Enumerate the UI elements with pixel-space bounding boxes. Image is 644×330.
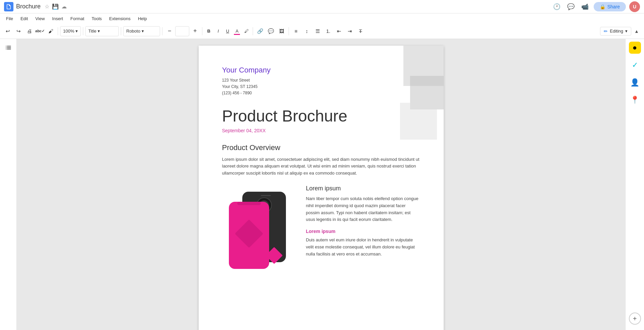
svg-rect-7	[237, 202, 261, 205]
history-icon[interactable]: 🕐	[551, 1, 562, 12]
print-button[interactable]: 🖨	[24, 26, 34, 36]
line-spacing-button[interactable]: ↕	[302, 26, 312, 36]
share-button[interactable]: 🔒 Share	[594, 2, 626, 11]
divider6	[253, 27, 253, 35]
font-size-control: − 34 +	[164, 26, 200, 36]
menu-format[interactable]: Format	[67, 15, 88, 22]
comments-icon[interactable]: 💬	[565, 1, 576, 12]
teal-panel-icon[interactable]: ✓	[629, 59, 641, 71]
doc-page: Your Company 123 Your Street Your City, …	[199, 46, 444, 330]
doc-title[interactable]: Brochure	[16, 3, 41, 10]
menu-tools[interactable]: Tools	[88, 15, 105, 22]
divider1	[58, 27, 58, 35]
list-button[interactable]: ☰	[312, 26, 323, 36]
doc-area[interactable]: Your Company 123 Your Street Your City, …	[17, 39, 625, 330]
toolbar: ↩ ↪ 🖨 abc✓ 🖌 100% ▾ Title ▾ Roboto ▾ − 3…	[0, 23, 644, 39]
lock-icon: 🔒	[600, 4, 605, 9]
right-panel: ● ✓ 👤 📍 +	[625, 39, 644, 330]
font-size-increase[interactable]: +	[190, 26, 200, 36]
font-dropdown[interactable]: Roboto ▾	[123, 26, 160, 36]
spellcheck-button[interactable]: abc✓	[35, 26, 45, 36]
menu-bar: File Edit View Insert Format Tools Exten…	[0, 13, 644, 23]
yellow-panel-icon[interactable]: ●	[629, 42, 641, 54]
font-value: Roboto	[126, 29, 140, 34]
add-panel-button[interactable]: +	[629, 313, 641, 325]
menu-help[interactable]: Help	[135, 15, 150, 22]
outline-icon[interactable]	[2, 42, 14, 54]
lorem-text-2[interactable]: Duis autem vel eum iriure dolor in hendr…	[306, 237, 420, 257]
doc-icon	[4, 2, 13, 11]
title-right: 🕐 💬 📹 🔒 Share U	[551, 1, 640, 12]
redo-button[interactable]: ↪	[13, 26, 23, 36]
font-size-decrease[interactable]: −	[164, 26, 175, 36]
star-icon[interactable]: ☆	[45, 3, 49, 10]
cloud-icon[interactable]: ☁	[61, 3, 67, 10]
zoom-chevron: ▾	[76, 29, 78, 34]
content-block: Lorem ipsum Nam liber tempor cum soluta …	[222, 185, 420, 272]
align-button[interactable]: ≡	[291, 26, 301, 36]
editing-chevron: ▾	[625, 29, 628, 34]
undo-button[interactable]: ↩	[3, 26, 13, 36]
main-layout: Your Company 123 Your Street Your City, …	[0, 39, 644, 330]
lorem-heading[interactable]: Lorem ipsum	[306, 185, 420, 192]
divider2	[83, 27, 83, 35]
divider3	[121, 27, 121, 35]
menu-edit[interactable]: Edit	[17, 15, 31, 22]
indent-less-button[interactable]: ⇤	[334, 26, 344, 36]
image-button[interactable]: 🖼	[277, 26, 287, 36]
menu-insert[interactable]: Insert	[49, 15, 66, 22]
editing-mode-label: Editing	[610, 29, 623, 34]
phone-image	[222, 185, 299, 272]
maps-panel-icon[interactable]: 📍	[629, 94, 641, 106]
side-text: Lorem ipsum Nam liber tempor cum soluta …	[306, 185, 420, 272]
text-color-button[interactable]: A	[233, 27, 241, 36]
menu-extensions[interactable]: Extensions	[106, 15, 134, 22]
collapse-toolbar-button[interactable]: ▲	[632, 27, 641, 36]
menu-view[interactable]: View	[32, 15, 48, 22]
overview-heading[interactable]: Product Overview	[222, 143, 420, 152]
divider7	[289, 27, 289, 35]
title-bar: Brochure ☆ 💾 ☁ 🕐 💬 📹 🔒 Share U	[0, 0, 644, 13]
indent-more-button[interactable]: ⇥	[345, 26, 355, 36]
corner-decorations	[377, 46, 444, 140]
link-button[interactable]: 🔗	[255, 26, 265, 36]
video-call-icon[interactable]: 📹	[580, 1, 590, 12]
zoom-value: 100%	[63, 29, 74, 34]
italic-button[interactable]: I	[214, 27, 222, 36]
lorem-text[interactable]: Nam liber tempor cum soluta nobis eleife…	[306, 195, 420, 223]
bold-button[interactable]: B	[204, 27, 213, 36]
editing-mode-dropdown[interactable]: ✏ Editing ▾	[600, 27, 631, 36]
svg-rect-2	[400, 103, 437, 140]
people-panel-icon[interactable]: 👤	[629, 77, 641, 89]
lorem-heading-2[interactable]: Lorem ipsum	[306, 229, 420, 234]
divider5	[202, 27, 202, 35]
divider4	[162, 27, 162, 35]
zoom-dropdown[interactable]: 100% ▾	[60, 26, 81, 36]
style-dropdown[interactable]: Title ▾	[85, 26, 119, 36]
save-icon[interactable]: 💾	[52, 3, 59, 10]
share-label: Share	[607, 4, 620, 9]
style-chevron: ▾	[98, 29, 100, 34]
comment-button[interactable]: 💬	[266, 26, 276, 36]
avatar[interactable]: U	[629, 1, 640, 12]
highlight-button[interactable]: 🖊	[242, 27, 251, 36]
left-sidebar	[0, 39, 17, 330]
svg-rect-10	[261, 195, 271, 196]
style-value: Title	[88, 29, 96, 34]
menu-file[interactable]: File	[3, 15, 16, 22]
underline-button[interactable]: U	[223, 27, 232, 36]
paint-format-button[interactable]: 🖌	[46, 26, 56, 36]
font-chevron: ▾	[142, 29, 144, 34]
numbered-list-button[interactable]: 1.	[323, 26, 333, 36]
font-size-input[interactable]: 34	[175, 26, 189, 36]
overview-text[interactable]: Lorem ipsum dolor sit amet, consectetuer…	[222, 156, 420, 177]
clear-format-button[interactable]: T̶	[355, 26, 365, 36]
